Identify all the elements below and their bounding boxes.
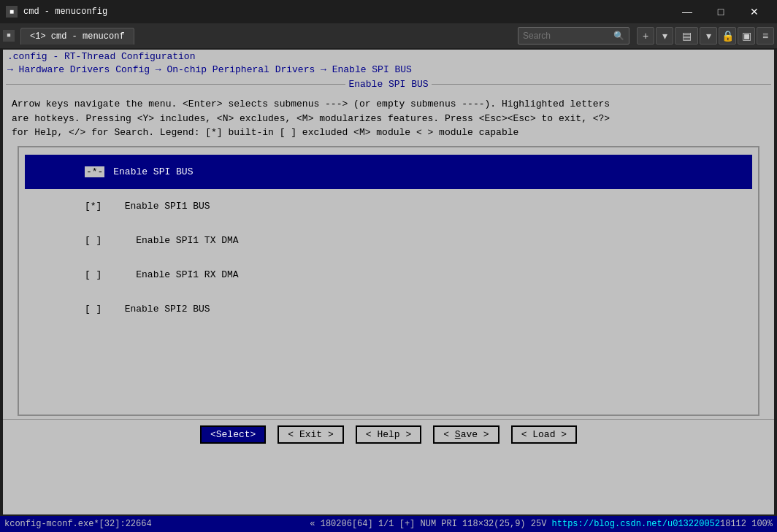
item-prefix-0: -*-: [85, 166, 104, 177]
tab-icon: ■: [3, 30, 15, 42]
load-button[interactable]: < Load >: [511, 425, 577, 444]
item-prefix-1: [*]: [85, 201, 102, 212]
item-prefix-3: [ ]: [85, 269, 102, 280]
menu-item-enable-spi1-tx-dma[interactable]: [ ] Enable SPI1 TX DMA: [25, 223, 752, 258]
search-input[interactable]: [523, 31, 610, 41]
panels-button[interactable]: ▣: [738, 27, 755, 45]
dropdown2-button[interactable]: ▾: [700, 27, 717, 45]
item-label-0: Enable SPI BUS: [104, 166, 196, 177]
item-label-4: Enable SPI2 BUS: [102, 304, 210, 315]
button-bar: <Select> < Exit > < Help > < Save > < Lo…: [3, 419, 774, 450]
minimize-button[interactable]: —: [670, 0, 704, 23]
status-middle-text: « 180206[64] 1/1 [+] NUM PRI 118×32: [310, 519, 494, 529]
item-label-1: Enable SPI1 BUS: [102, 201, 210, 212]
exit-button[interactable]: < Exit >: [278, 425, 343, 444]
info-area: Arrow keys navigate the menu. <Enter> se…: [3, 91, 774, 143]
status-middle: [299, 519, 310, 529]
menu-box: -*- Enable SPI BUS [*] Enable SPI1 BUS […: [18, 146, 759, 416]
dropdown-button[interactable]: ▾: [656, 27, 673, 45]
breadcrumb: → Hardware Drivers Config → On-chip Peri…: [3, 63, 774, 76]
menu-item-enable-spi-bus[interactable]: -*- Enable SPI BUS: [25, 155, 752, 189]
terminal-frame: .config - RT-Thread Configuration → Hard…: [0, 48, 777, 516]
item-label-3: Enable SPI1 RX DMA: [102, 269, 238, 280]
dialog-title: Enable SPI BUS: [348, 79, 428, 90]
item-prefix-4: [ ]: [85, 304, 102, 315]
toolbar-buttons: + ▾ ▤ ▾ 🔒 ▣ ≡: [637, 27, 774, 45]
tab-bar: ■ <1> cmd - menuconf 🔍 + ▾ ▤ ▾ 🔒 ▣ ≡: [0, 23, 777, 48]
status-link[interactable]: https://blog.csdn.net/u013220052: [546, 519, 720, 529]
close-button[interactable]: ✕: [738, 0, 771, 23]
menu-item-enable-spi2-bus[interactable]: [ ] Enable SPI2 BUS: [25, 292, 752, 326]
status-left: kconfig-mconf.exe*[32]:22664: [4, 519, 299, 529]
window-title: cmd - menuconfig: [23, 7, 670, 17]
save-button[interactable]: < Save >: [433, 425, 499, 444]
title-line-right: [432, 84, 771, 85]
item-label-2: Enable SPI1 TX DMA: [102, 235, 238, 246]
status-info: 18112 100%: [720, 519, 773, 529]
dialog-title-container: Enable SPI BUS: [3, 79, 774, 90]
window: ■ cmd - menuconfig — □ ✕ ■ <1> cmd - men…: [0, 0, 777, 532]
title-bar: ■ cmd - menuconfig — □ ✕: [0, 0, 777, 23]
lock-button[interactable]: 🔒: [719, 27, 736, 45]
search-box: 🔍: [518, 27, 629, 45]
info-line-2: are hotkeys. Pressing <Y> includes, <N> …: [12, 112, 765, 126]
tab-label[interactable]: <1> cmd - menuconf: [20, 28, 134, 45]
search-icon: 🔍: [613, 31, 624, 42]
status-bar: kconfig-mconf.exe*[32]:22664 « 180206[64…: [0, 516, 777, 532]
inner-terminal: .config - RT-Thread Configuration → Hard…: [3, 50, 774, 514]
menu-item-enable-spi1-rx-dma[interactable]: [ ] Enable SPI1 RX DMA: [25, 258, 752, 292]
config-title: .config - RT-Thread Configuration: [3, 50, 774, 63]
window-controls: — □ ✕: [670, 0, 771, 23]
menu-item-enable-spi1-bus[interactable]: [*] Enable SPI1 BUS: [25, 189, 752, 223]
help-button[interactable]: < Help >: [356, 425, 421, 444]
title-line-left: [6, 84, 345, 85]
maximize-button[interactable]: □: [704, 0, 738, 23]
layout-button[interactable]: ▤: [675, 27, 698, 45]
menu-button[interactable]: ≡: [757, 27, 774, 45]
select-button[interactable]: <Select>: [200, 425, 266, 444]
item-prefix-2: [ ]: [85, 235, 102, 246]
info-line-1: Arrow keys navigate the menu. <Enter> se…: [12, 97, 765, 112]
window-icon: ■: [6, 6, 18, 18]
info-line-3: for Help, </> for Search. Legend: [*] bu…: [12, 126, 765, 140]
add-button[interactable]: +: [637, 27, 654, 45]
status-coords: (25,9) 25V: [494, 519, 546, 529]
